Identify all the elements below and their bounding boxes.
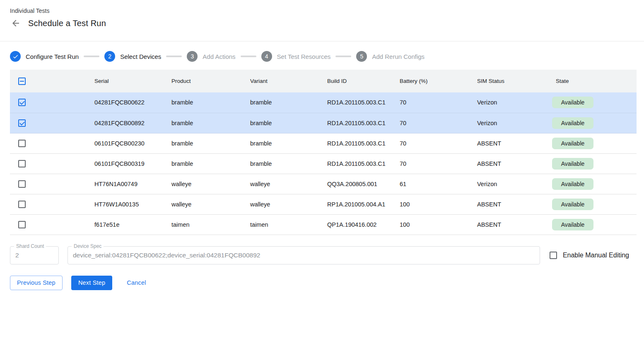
cell-serial: 04281FQCB00622: [94, 92, 171, 113]
row-checkbox[interactable]: [18, 221, 26, 228]
device-table: Serial Product Variant Build ID Battery …: [10, 70, 637, 235]
device-row[interactable]: 04281FQCB00622 bramble bramble RD1A.2011…: [10, 92, 637, 113]
table-header-row: Serial Product Variant Build ID Battery …: [10, 70, 637, 92]
cell-sim-status: ABSENT: [477, 133, 556, 153]
device-row[interactable]: 04281FQCB00892 bramble bramble RD1A.2011…: [10, 113, 637, 133]
cell-variant: bramble: [250, 113, 327, 133]
step-check-icon: [10, 51, 21, 62]
step-1-configure-test-run[interactable]: Configure Test Run: [10, 51, 79, 62]
cell-variant: bramble: [250, 153, 327, 174]
shard-count-field: Shard Count: [10, 246, 59, 264]
column-header-serial: Serial: [94, 70, 171, 92]
cell-serial: f617e51e: [94, 214, 171, 235]
cell-battery: 70: [400, 92, 477, 113]
cell-build-id: RD1A.201105.003.C1: [327, 153, 400, 174]
state-badge: Available: [552, 199, 593, 210]
page-title: Schedule a Test Run: [28, 19, 106, 28]
step-label: Add Actions: [203, 53, 235, 60]
device-row[interactable]: 06101FQCB00319 bramble bramble RD1A.2011…: [10, 153, 637, 174]
cell-product: bramble: [171, 133, 250, 153]
check-icon: [12, 53, 19, 60]
row-checkbox[interactable]: [18, 201, 26, 208]
device-row[interactable]: 06101FQCB00230 bramble bramble RD1A.2011…: [10, 133, 637, 153]
cell-variant: bramble: [250, 92, 327, 113]
previous-step-button[interactable]: Previous Step: [10, 276, 63, 290]
cell-variant: bramble: [250, 133, 327, 153]
cell-variant: walleye: [250, 194, 327, 214]
cell-sim-status: Verizon: [477, 92, 556, 113]
row-checkbox[interactable]: [18, 140, 26, 147]
step-connector: [166, 56, 182, 57]
shard-count-label: Shard Count: [14, 243, 46, 249]
form-row: Shard Count Device Spec Enable Manual Ed…: [10, 246, 637, 264]
step-label: Set Test Resources: [277, 53, 331, 60]
cell-build-id: RD1A.201105.003.C1: [327, 113, 400, 133]
cell-variant: taimen: [250, 214, 327, 235]
column-header-product: Product: [171, 70, 250, 92]
cell-sim-status: Verizon: [477, 113, 556, 133]
cell-sim-status: ABSENT: [477, 214, 556, 235]
cell-product: bramble: [171, 113, 250, 133]
device-row[interactable]: f617e51e taimen taimen QP1A.190416.002 1…: [10, 214, 637, 235]
next-step-button[interactable]: Next Step: [71, 276, 112, 290]
cell-battery: 100: [400, 214, 477, 235]
device-spec-label: Device Spec: [72, 243, 104, 249]
device-row[interactable]: HT76W1A00135 walleye walleye RP1A.201005…: [10, 194, 637, 214]
row-checkbox[interactable]: [18, 99, 26, 106]
column-header-battery: Battery (%): [400, 70, 477, 92]
step-label: Add Rerun Configs: [372, 53, 425, 60]
step-connector: [84, 56, 99, 57]
column-header-sim-status: SIM Status: [477, 70, 556, 92]
cell-build-id: RD1A.201105.003.C1: [327, 133, 400, 153]
step-2-select-devices[interactable]: 2 Select Devices: [104, 51, 161, 62]
step-indicator: 4: [261, 51, 272, 62]
step-label: Select Devices: [120, 53, 161, 60]
step-label: Configure Test Run: [26, 53, 79, 60]
state-badge: Available: [552, 178, 593, 190]
cell-product: bramble: [171, 92, 250, 113]
cell-serial: HT76N1A00749: [94, 174, 171, 194]
cell-serial: HT76W1A00135: [94, 194, 171, 214]
step-indicator: 5: [356, 51, 367, 62]
device-row[interactable]: HT76N1A00749 walleye walleye QQ3A.200805…: [10, 174, 637, 194]
step-3-add-actions[interactable]: 3 Add Actions: [187, 51, 235, 62]
state-badge: Available: [552, 158, 593, 170]
cell-build-id: QP1A.190416.002: [327, 214, 400, 235]
select-all-checkbox[interactable]: [18, 78, 26, 85]
cell-build-id: QQ3A.200805.001: [327, 174, 400, 194]
row-checkbox[interactable]: [18, 119, 26, 127]
cell-battery: 70: [400, 113, 477, 133]
column-header-build-id: Build ID: [327, 70, 400, 92]
cell-sim-status: ABSENT: [477, 194, 556, 214]
step-5-add-rerun-configs[interactable]: 5 Add Rerun Configs: [356, 51, 425, 62]
cell-serial: 04281FQCB00892: [94, 113, 171, 133]
cell-serial: 06101FQCB00319: [94, 153, 171, 174]
cell-battery: 70: [400, 133, 477, 153]
breadcrumb[interactable]: Individual Tests: [10, 7, 634, 14]
action-bar: Previous Step Next Step Cancel: [10, 276, 634, 290]
cell-product: taimen: [171, 214, 250, 235]
step-connector: [335, 56, 351, 57]
row-checkbox[interactable]: [18, 160, 26, 167]
enable-manual-editing-toggle[interactable]: Enable Manual Editing: [550, 252, 629, 259]
cell-product: walleye: [171, 174, 250, 194]
step-4-set-test-resources[interactable]: 4 Set Test Resources: [261, 51, 331, 62]
cell-battery: 100: [400, 194, 477, 214]
cell-product: walleye: [171, 194, 250, 214]
state-badge: Available: [552, 219, 593, 230]
stepper: Configure Test Run 2 Select Devices 3 Ad…: [0, 41, 644, 70]
enable-manual-editing-checkbox[interactable]: [550, 252, 557, 259]
row-checkbox[interactable]: [18, 180, 26, 188]
cell-build-id: RD1A.201105.003.C1: [327, 92, 400, 113]
enable-manual-editing-label: Enable Manual Editing: [563, 252, 629, 259]
cell-variant: walleye: [250, 174, 327, 194]
device-spec-field: Device Spec: [68, 246, 540, 264]
state-badge: Available: [552, 138, 593, 149]
cancel-button[interactable]: Cancel: [121, 276, 152, 290]
cell-product: bramble: [171, 153, 250, 174]
step-connector: [241, 56, 256, 57]
cell-sim-status: ABSENT: [477, 153, 556, 174]
device-spec-input[interactable]: [68, 247, 540, 264]
back-button[interactable]: [10, 18, 21, 29]
shard-count-input[interactable]: [10, 247, 58, 264]
